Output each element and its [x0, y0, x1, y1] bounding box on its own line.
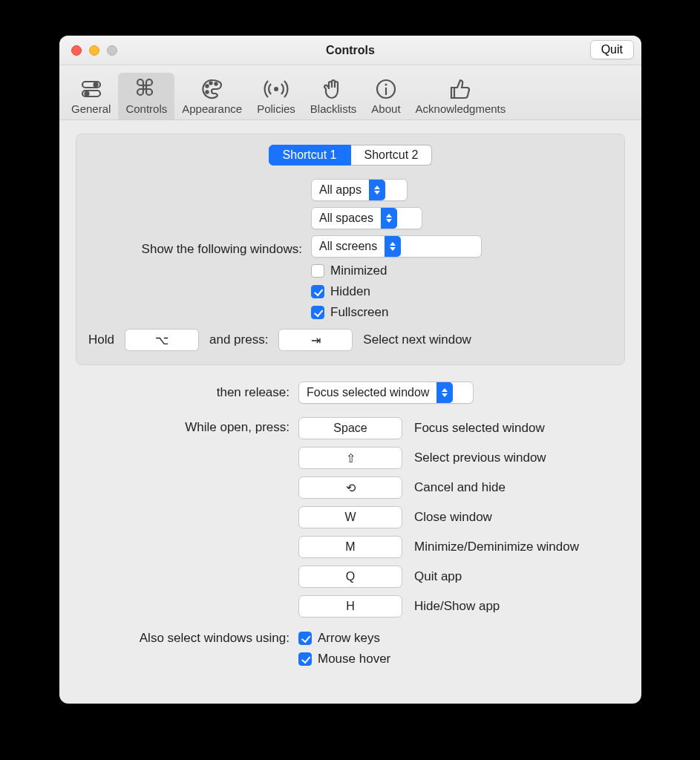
mouse-hover-label: Mouse hover — [318, 652, 390, 666]
tab-label: Blacklists — [310, 102, 357, 115]
tab-label: Controls — [125, 102, 167, 115]
while-open-list: SpaceFocus selected window ⇧Select previ… — [298, 417, 579, 618]
also-select-label: Also select windows using: — [76, 631, 298, 646]
broadcast-icon — [263, 76, 290, 102]
hidden-checkbox[interactable] — [311, 285, 324, 298]
tab-label: Acknowledgments — [416, 102, 506, 115]
tab-acknowledgments[interactable]: Acknowledgments — [408, 73, 514, 119]
info-icon — [373, 76, 399, 102]
action-row: SpaceFocus selected window — [298, 417, 579, 439]
action-label: Cancel and hide — [414, 480, 506, 495]
svg-point-1 — [94, 83, 97, 87]
select-next-label: Select next window — [363, 332, 471, 347]
svg-point-6 — [215, 82, 217, 85]
tab-policies[interactable]: Policies — [249, 73, 303, 119]
minimized-label: Minimized — [330, 263, 387, 278]
spaces-popup-value: All spaces — [312, 212, 381, 225]
action-label: Close window — [414, 510, 492, 525]
action-label: Minimize/Deminimize window — [414, 540, 579, 554]
tab-about[interactable]: About — [364, 73, 408, 119]
hold-key-field[interactable]: ⌥ — [125, 329, 199, 351]
hold-label: Hold — [88, 332, 114, 347]
tab-general[interactable]: General — [64, 73, 118, 119]
then-release-label: then release: — [76, 385, 298, 400]
action-row: ⟲Cancel and hide — [298, 476, 579, 499]
fullscreen-label: Fullscreen — [330, 305, 388, 320]
action-label: Hide/Show app — [414, 599, 500, 614]
palette-icon — [199, 76, 226, 102]
tab-controls[interactable]: Controls — [118, 73, 174, 119]
svg-point-3 — [85, 92, 88, 96]
key-field[interactable]: H — [298, 595, 402, 618]
toolbar: General Controls Appearance Policies Bla… — [59, 65, 641, 120]
tab-blacklists[interactable]: Blacklists — [303, 73, 364, 119]
window-title: Controls — [59, 44, 641, 57]
screens-popup[interactable]: All screens — [311, 235, 482, 258]
arrow-keys-label: Arrow keys — [318, 631, 380, 646]
minimized-checkbox[interactable] — [311, 264, 324, 278]
action-row: ⇧Select previous window — [298, 447, 579, 469]
apps-popup-value: All apps — [312, 183, 369, 197]
and-press-label: and press: — [209, 332, 268, 347]
preferences-window: Controls Quit General Controls Appearanc… — [59, 36, 641, 704]
key-field[interactable]: ⇧ — [298, 447, 402, 469]
shortcut-segmented: Shortcut 1 Shortcut 2 — [88, 145, 612, 166]
general-icon — [78, 76, 105, 102]
mouse-hover-checkbox[interactable] — [298, 652, 312, 666]
tab-label: General — [71, 102, 111, 115]
shortcut-1-tab[interactable]: Shortcut 1 — [269, 145, 351, 166]
press-key-field[interactable]: ⇥ — [278, 329, 353, 351]
chevron-updown-icon — [381, 208, 397, 229]
tab-label: About — [371, 102, 400, 115]
action-label: Focus selected window — [414, 421, 545, 436]
svg-point-5 — [209, 82, 212, 84]
svg-point-8 — [274, 87, 278, 91]
command-icon — [133, 76, 160, 102]
thumbs-up-icon — [447, 76, 474, 102]
action-row: MMinimize/Deminimize window — [298, 536, 579, 558]
chevron-updown-icon — [385, 236, 401, 257]
action-label: Quit app — [414, 569, 462, 584]
tab-label: Appearance — [182, 102, 242, 115]
screens-popup-value: All screens — [312, 240, 385, 253]
chevron-updown-icon — [436, 382, 453, 403]
titlebar: Controls Quit — [59, 36, 641, 65]
tab-appearance[interactable]: Appearance — [174, 73, 249, 119]
apps-popup[interactable]: All apps — [311, 179, 408, 201]
fullscreen-checkbox[interactable] — [311, 306, 324, 319]
key-field[interactable]: Space — [298, 417, 402, 439]
action-row: WClose window — [298, 506, 579, 528]
arrow-keys-checkbox[interactable] — [298, 632, 312, 645]
shortcut-2-tab[interactable]: Shortcut 2 — [351, 145, 433, 166]
release-popup[interactable]: Focus selected window — [298, 381, 474, 404]
release-popup-value: Focus selected window — [299, 386, 436, 399]
shortcut-panel: Shortcut 1 Shortcut 2 Show the following… — [76, 134, 625, 365]
svg-point-4 — [206, 85, 208, 87]
hidden-label: Hidden — [330, 284, 370, 299]
chevron-updown-icon — [369, 180, 385, 200]
action-row: QQuit app — [298, 566, 579, 588]
action-row: HHide/Show app — [298, 595, 579, 618]
quit-button[interactable]: Quit — [590, 40, 634, 59]
svg-point-7 — [206, 91, 208, 93]
svg-point-10 — [385, 84, 387, 86]
key-field[interactable]: Q — [298, 566, 402, 588]
spaces-popup[interactable]: All spaces — [311, 207, 422, 229]
key-field[interactable]: M — [298, 536, 402, 558]
tab-label: Policies — [257, 102, 295, 115]
content-pane: Shortcut 1 Shortcut 2 Show the following… — [59, 120, 641, 686]
hand-icon — [320, 76, 347, 102]
action-label: Select previous window — [414, 451, 546, 465]
key-field[interactable]: W — [298, 506, 402, 528]
show-windows-label: Show the following windows: — [88, 242, 311, 257]
key-field[interactable]: ⟲ — [298, 476, 402, 499]
while-open-label: While open, press: — [76, 417, 298, 435]
